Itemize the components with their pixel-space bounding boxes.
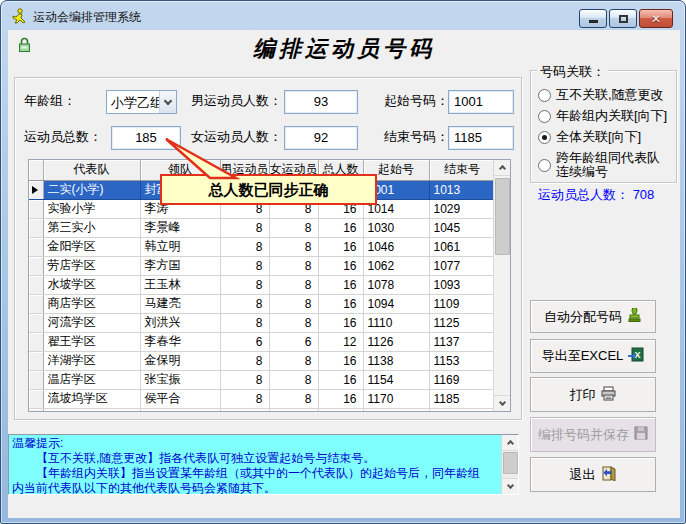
- grid-cell[interactable]: 河流学区: [43, 313, 140, 332]
- grid-cell[interactable]: 6: [269, 332, 318, 351]
- grid-cell[interactable]: 1185: [429, 389, 495, 408]
- grid-cell[interactable]: 1029: [429, 199, 495, 218]
- grid-cell[interactable]: 1030: [363, 218, 429, 237]
- grid-cell[interactable]: 二实(小学): [43, 180, 140, 199]
- grid-cell[interactable]: 流坡坞学区: [43, 389, 140, 408]
- grid-cell[interactable]: 实验小学: [43, 199, 140, 218]
- radio-option-within-age-group[interactable]: 年龄组内关联[向下]: [538, 109, 667, 123]
- tips-scrollbar-thumb[interactable]: [503, 452, 518, 474]
- export-excel-button[interactable]: 导出至EXCEL X: [530, 339, 656, 373]
- grid-cell[interactable]: 张宝振: [140, 370, 220, 389]
- grid-cell[interactable]: 1138: [363, 351, 429, 370]
- grid-cell[interactable]: 1109: [429, 294, 495, 313]
- grid-cell[interactable]: 1046: [363, 237, 429, 256]
- scroll-up-icon[interactable]: [502, 435, 519, 451]
- titlebar[interactable]: 运动会编排管理系统 ✕: [1, 1, 685, 30]
- grid-cell[interactable]: 李方国: [140, 256, 220, 275]
- grid-cell[interactable]: 8: [269, 256, 318, 275]
- grid-cell[interactable]: [363, 408, 429, 412]
- grid-cell[interactable]: 8: [220, 256, 269, 275]
- grid-cell[interactable]: 1137: [429, 332, 495, 351]
- grid-cell[interactable]: 温店学区: [43, 370, 140, 389]
- scroll-down-icon[interactable]: [494, 395, 511, 411]
- grid-cell[interactable]: 1077: [429, 256, 495, 275]
- table-row[interactable]: 第三实小李景峰881610301045: [29, 218, 495, 237]
- scroll-down-icon[interactable]: [502, 478, 519, 494]
- grid-cell[interactable]: 6: [220, 332, 269, 351]
- grid-scrollbar-thumb[interactable]: [495, 178, 510, 255]
- grid-cell[interactable]: [318, 408, 363, 412]
- grid-cell[interactable]: 1078: [363, 275, 429, 294]
- table-row[interactable]: 河流学区刘洪兴881611101125: [29, 313, 495, 332]
- scroll-up-icon[interactable]: [494, 160, 511, 176]
- female-count-field[interactable]: 92: [284, 126, 358, 150]
- print-button[interactable]: 打印: [530, 377, 656, 412]
- combo-dropdown-button[interactable]: [159, 91, 176, 113]
- table-row[interactable]: 洋湖学区金保明881611381153: [29, 351, 495, 370]
- radio-option-all-linked[interactable]: 全体关联[向下]: [538, 130, 641, 144]
- table-row[interactable]: 金阳学区韩立明881610461061: [29, 237, 495, 256]
- grid-cell[interactable]: 1093: [429, 275, 495, 294]
- grid-cell[interactable]: 1154: [363, 370, 429, 389]
- grid-cell[interactable]: 韩立明: [140, 237, 220, 256]
- grid-cell[interactable]: 第三实小: [43, 218, 140, 237]
- grid-cell[interactable]: [43, 408, 140, 412]
- grid-cell[interactable]: 16: [318, 351, 363, 370]
- grid-cell[interactable]: 8: [220, 294, 269, 313]
- minimize-button[interactable]: [579, 9, 607, 28]
- grid-cell[interactable]: 李春华: [140, 332, 220, 351]
- exit-button[interactable]: 退出: [530, 457, 656, 492]
- grid-cell[interactable]: 16: [318, 218, 363, 237]
- grid-cell[interactable]: 8: [269, 218, 318, 237]
- maximize-button[interactable]: [609, 9, 637, 28]
- grid-cell[interactable]: 水坡学区: [43, 275, 140, 294]
- grid-cell[interactable]: 1094: [363, 294, 429, 313]
- grid-cell[interactable]: 8: [220, 351, 269, 370]
- grid-cell[interactable]: [140, 408, 220, 412]
- grid-cell[interactable]: 8: [220, 275, 269, 294]
- grid-cell[interactable]: 金阳学区: [43, 237, 140, 256]
- grid-cell[interactable]: 1045: [429, 218, 495, 237]
- grid-cell[interactable]: 16: [318, 389, 363, 408]
- age-group-select[interactable]: 小学乙组: [106, 90, 177, 114]
- grid-vertical-scrollbar[interactable]: [493, 160, 510, 411]
- grid-cell[interactable]: 1062: [363, 256, 429, 275]
- grid-cell[interactable]: 16: [318, 275, 363, 294]
- table-row[interactable]: 翟王学区李春华661211261137: [29, 332, 495, 351]
- start-number-field[interactable]: 1001: [448, 90, 514, 114]
- grid-cell[interactable]: 8: [220, 313, 269, 332]
- grid-cell[interactable]: 1125: [429, 313, 495, 332]
- table-row[interactable]: [29, 408, 495, 412]
- grid-cell[interactable]: 1013: [429, 180, 495, 199]
- grid-cell[interactable]: 翟王学区: [43, 332, 140, 351]
- grid-cell[interactable]: 马建亮: [140, 294, 220, 313]
- grid-cell[interactable]: 8: [220, 218, 269, 237]
- male-count-field[interactable]: 93: [284, 90, 358, 114]
- grid-cell[interactable]: 1126: [363, 332, 429, 351]
- radio-option-cross-age-group[interactable]: 跨年龄组同代表队 连续编号: [538, 151, 660, 179]
- grid-cell[interactable]: 16: [318, 313, 363, 332]
- grid-cell[interactable]: 侯平合: [140, 389, 220, 408]
- grid-cell[interactable]: [429, 408, 495, 412]
- grid-cell[interactable]: [269, 408, 318, 412]
- grid-cell[interactable]: [220, 408, 269, 412]
- table-row[interactable]: 水坡学区王玉林881610781093: [29, 275, 495, 294]
- table-row[interactable]: 温店学区张宝振881611541169: [29, 370, 495, 389]
- end-number-field[interactable]: 1185: [448, 126, 514, 150]
- grid-cell[interactable]: 金保明: [140, 351, 220, 370]
- column-header[interactable]: 结束号: [429, 160, 495, 180]
- grid-cell[interactable]: 8: [269, 313, 318, 332]
- close-button[interactable]: ✕: [639, 9, 673, 28]
- column-header[interactable]: 代表队: [43, 160, 140, 180]
- grid-cell[interactable]: 16: [318, 256, 363, 275]
- grid-cell[interactable]: 16: [318, 237, 363, 256]
- radio-option-independent[interactable]: 互不关联,随意更改: [538, 88, 664, 102]
- grid-cell[interactable]: 1169: [429, 370, 495, 389]
- grid-cell[interactable]: 8: [269, 370, 318, 389]
- grid-cell[interactable]: 8: [220, 370, 269, 389]
- grid-cell[interactable]: 1061: [429, 237, 495, 256]
- grid-cell[interactable]: 1110: [363, 313, 429, 332]
- auto-assign-button[interactable]: 自动分配号码: [530, 300, 656, 333]
- grid-cell[interactable]: 16: [318, 370, 363, 389]
- grid-cell[interactable]: 刘洪兴: [140, 313, 220, 332]
